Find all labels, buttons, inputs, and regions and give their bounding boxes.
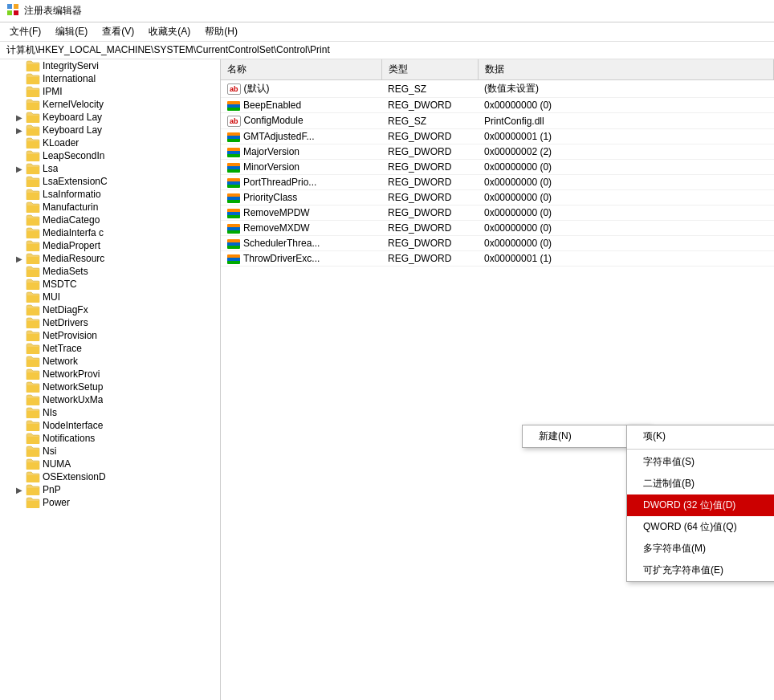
reg-icon-dword bbox=[227, 178, 240, 188]
tree-label: MediaInterfa c bbox=[43, 227, 104, 238]
submenu-item[interactable]: 多字符串值(M) bbox=[627, 538, 774, 560]
table-row[interactable]: RemoveMPDW REG_DWORD 0x00000000 (0) bbox=[221, 206, 774, 221]
tree-item[interactable]: NetDiagFx bbox=[0, 303, 220, 316]
table-row[interactable]: PriorityClass REG_DWORD 0x00000000 (0) bbox=[221, 190, 774, 206]
tree-expand-icon[interactable]: ▶ bbox=[13, 126, 26, 135]
tree-item[interactable]: NetProvision bbox=[0, 329, 220, 342]
tree-item[interactable]: NetworkProvi bbox=[0, 368, 220, 381]
tree-item[interactable]: ▶ Keyboard Lay bbox=[0, 111, 220, 124]
tree-item[interactable]: NetTrace bbox=[0, 342, 220, 355]
submenu-item[interactable]: DWORD (32 位)值(D) bbox=[627, 494, 774, 516]
tree-item[interactable]: Network bbox=[0, 355, 220, 368]
tree-item[interactable]: MediaInterfa c bbox=[0, 226, 220, 239]
folder-icon bbox=[26, 99, 40, 110]
tree-label: NetDrivers bbox=[43, 317, 88, 328]
tree-label: NetTrace bbox=[43, 343, 82, 354]
tree-expand-icon[interactable]: ▶ bbox=[13, 486, 26, 494]
tree-item[interactable]: KernelVelocity bbox=[0, 98, 220, 111]
tree-item[interactable]: LsaInformatio bbox=[0, 188, 220, 201]
table-cell-name: ThrowDriverExc... bbox=[221, 251, 381, 267]
tree-label: Keyboard Lay bbox=[43, 124, 102, 136]
tree-item[interactable]: NodeInterface bbox=[0, 419, 220, 432]
folder-icon bbox=[26, 60, 40, 71]
tree-item[interactable]: ▶ MediaResourc bbox=[0, 252, 220, 265]
reg-icon-dword bbox=[227, 224, 240, 234]
tree-item[interactable]: ▶ Lsa bbox=[0, 162, 220, 175]
title-bar-text: 注册表编辑器 bbox=[24, 4, 82, 18]
submenu-item[interactable]: 字符串值(S) bbox=[627, 451, 774, 473]
table-cell-data: PrintConfig.dll bbox=[478, 113, 774, 129]
menu-file[interactable]: 文件(F) bbox=[3, 23, 47, 40]
tree-item[interactable]: MSDTC bbox=[0, 278, 220, 291]
folder-icon bbox=[26, 201, 40, 213]
app-icon bbox=[6, 3, 19, 18]
tree-label: LeapSecondIn bbox=[43, 150, 104, 161]
table-cell-name: PriorityClass bbox=[221, 190, 381, 206]
table-cell-type: REG_DWORD bbox=[381, 221, 478, 236]
submenu-item[interactable]: QWORD (64 位)值(Q) bbox=[627, 516, 774, 538]
tree-item[interactable]: LsaExtensionC bbox=[0, 175, 220, 188]
folder-icon bbox=[26, 124, 40, 136]
submenu-item[interactable]: 可扩充字符串值(E) bbox=[627, 560, 774, 581]
folder-icon bbox=[26, 458, 40, 470]
tree-item[interactable]: ▶ PnP bbox=[0, 483, 220, 496]
menu-favorites[interactable]: 收藏夹(A) bbox=[142, 23, 197, 40]
registry-table-scroll[interactable]: 名称 类型 数据 ab(默认) REG_SZ (数值未设置) BeepEnabl… bbox=[221, 59, 774, 700]
tree-item[interactable]: NUMA bbox=[0, 458, 220, 470]
menu-help[interactable]: 帮助(H) bbox=[198, 23, 244, 40]
tree-item[interactable]: NetworkSetup bbox=[0, 381, 220, 393]
folder-icon bbox=[26, 317, 40, 328]
tree-label: IPMI bbox=[43, 86, 63, 97]
tree-item[interactable]: Notifications bbox=[0, 432, 220, 445]
table-row[interactable]: ThrowDriverExc... REG_DWORD 0x00000001 (… bbox=[221, 251, 774, 267]
tree-expand-icon[interactable]: ▶ bbox=[13, 113, 26, 122]
table-row[interactable]: ab(默认) REG_SZ (数值未设置) bbox=[221, 80, 774, 98]
table-cell-data: 0x00000000 (0) bbox=[478, 236, 774, 251]
table-row[interactable]: PortThreadPrio... REG_DWORD 0x00000000 (… bbox=[221, 175, 774, 190]
table-cell-type: REG_SZ bbox=[381, 80, 478, 98]
tree-item[interactable]: International bbox=[0, 72, 220, 85]
tree-item[interactable]: Manufacturin bbox=[0, 201, 220, 214]
tree-item[interactable]: NetworkUxMa bbox=[0, 393, 220, 406]
table-row[interactable]: RemoveMXDW REG_DWORD 0x00000000 (0) bbox=[221, 221, 774, 236]
menu-view[interactable]: 查看(V) bbox=[96, 23, 141, 40]
tree-item[interactable]: NetDrivers bbox=[0, 316, 220, 329]
tree-item[interactable]: OSExtensionD bbox=[0, 470, 220, 483]
table-row[interactable]: abConfigModule REG_SZ PrintConfig.dll bbox=[221, 113, 774, 129]
table-cell-type: REG_DWORD bbox=[381, 144, 478, 160]
tree-label: NetDiagFx bbox=[43, 304, 88, 315]
tree-item[interactable]: MediaSets bbox=[0, 265, 220, 278]
svg-rect-1 bbox=[14, 4, 18, 9]
breadcrumb: 计算机\HKEY_LOCAL_MACHINE\SYSTEM\CurrentCon… bbox=[0, 42, 774, 59]
submenu-item[interactable]: 项(K) bbox=[627, 425, 774, 447]
tree-item[interactable]: KLoader bbox=[0, 136, 220, 149]
table-cell-name: PortThreadPrio... bbox=[221, 175, 381, 190]
tree-expand-icon[interactable]: ▶ bbox=[13, 165, 26, 173]
tree-item[interactable]: Nsi bbox=[0, 445, 220, 458]
table-row[interactable]: SchedulerThrea... REG_DWORD 0x00000000 (… bbox=[221, 236, 774, 251]
folder-icon bbox=[26, 433, 40, 444]
table-cell-type: REG_DWORD bbox=[381, 129, 478, 144]
table-row[interactable]: MinorVersion REG_DWORD 0x00000000 (0) bbox=[221, 160, 774, 175]
tree-item[interactable]: MUI bbox=[0, 291, 220, 303]
tree-expand-icon[interactable]: ▶ bbox=[13, 254, 26, 263]
tree-item[interactable]: IPMI bbox=[0, 85, 220, 98]
tree-label: NIs bbox=[43, 407, 57, 418]
tree-label: OSExtensionD bbox=[43, 471, 106, 482]
tree-item[interactable]: LeapSecondIn bbox=[0, 149, 220, 162]
tree-item[interactable]: ▶ Keyboard Lay bbox=[0, 124, 220, 136]
folder-icon bbox=[26, 253, 40, 264]
table-cell-type: REG_DWORD bbox=[381, 236, 478, 251]
tree-item[interactable]: MediaCatego bbox=[0, 214, 220, 226]
tree-item[interactable]: Power bbox=[0, 496, 220, 509]
tree-item[interactable]: NIs bbox=[0, 406, 220, 419]
tree-item[interactable]: MediaPropert bbox=[0, 239, 220, 252]
table-row[interactable]: MajorVersion REG_DWORD 0x00000002 (2) bbox=[221, 144, 774, 160]
table-row[interactable]: BeepEnabled REG_DWORD 0x00000000 (0) bbox=[221, 98, 774, 113]
menu-edit[interactable]: 编辑(E) bbox=[49, 23, 94, 40]
submenu-item[interactable]: 二进制值(B) bbox=[627, 473, 774, 494]
folder-icon bbox=[26, 112, 40, 123]
table-row[interactable]: GMTAdjustedF... REG_DWORD 0x00000001 (1) bbox=[221, 129, 774, 144]
reg-icon-dword bbox=[227, 163, 240, 173]
tree-item[interactable]: IntegrityServi bbox=[0, 59, 220, 72]
